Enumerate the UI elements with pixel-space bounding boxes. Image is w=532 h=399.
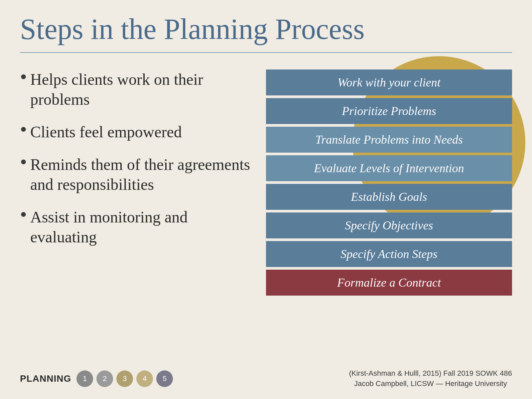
footer: PLANNING 1 2 3 4 5 (Kirst-Ashman & Hulll… (20, 368, 512, 389)
bullet-dot-4: • (20, 204, 27, 224)
bullet-text-3: Reminds them of their agreements and res… (30, 155, 253, 195)
bullet-dot-3: • (20, 152, 27, 172)
page-dots: 1 2 3 4 5 (76, 370, 173, 387)
bullet-dot-1: • (20, 67, 27, 87)
slide-title: Steps in the Planning Process (20, 13, 512, 46)
bullet-text-1: Helps clients work on their problems (30, 69, 253, 109)
step-bar-5: Establish Goals (266, 184, 512, 210)
slide: Steps in the Planning Process • Helps cl… (0, 0, 532, 399)
step-bar-2: Prioritize Problems (266, 98, 512, 124)
bullet-dot-2: • (20, 119, 27, 139)
bullet-item-3: • Reminds them of their agreements and r… (20, 155, 253, 195)
step-label-7: Specify Action Steps (340, 247, 437, 261)
step-bar-7: Specify Action Steps (266, 241, 512, 267)
page-dot-4[interactable]: 4 (136, 370, 153, 387)
bullet-text-2: Clients feel empowered (30, 122, 182, 142)
content-area: • Helps clients work on their problems •… (20, 66, 512, 296)
page-dot-5[interactable]: 5 (156, 370, 173, 387)
step-bar-3: Translate Problems into Needs (266, 127, 512, 153)
bullet-item-4: • Assist in monitoring and evaluating (20, 207, 253, 247)
step-label-3: Translate Problems into Needs (315, 133, 463, 147)
page-dot-1[interactable]: 1 (76, 370, 93, 387)
step-bar-1: Work with your client (266, 69, 512, 95)
footer-citation: (Kirst-Ashman & Hulll, 2015) Fall 2019 S… (349, 368, 512, 389)
step-label-5: Establish Goals (351, 190, 427, 204)
step-bar-6: Specify Objectives (266, 212, 512, 238)
left-column: • Helps clients work on their problems •… (20, 66, 253, 260)
step-label-8: Formalize a Contract (337, 276, 441, 290)
step-label-6: Specify Objectives (345, 218, 433, 232)
divider (20, 52, 512, 53)
citation-line-2: Jacob Campbell, LICSW — Heritage Univers… (349, 379, 512, 389)
bullet-item-2: • Clients feel empowered (20, 122, 253, 142)
planning-label: PLANNING (20, 373, 71, 384)
bullet-text-4: Assist in monitoring and evaluating (30, 207, 253, 247)
step-label-2: Prioritize Problems (342, 104, 436, 118)
step-label-4: Evaluate Levels of Intervention (314, 161, 464, 175)
steps-list: Work with your client Prioritize Problem… (266, 66, 512, 296)
bullet-item-1: • Helps clients work on their problems (20, 69, 253, 109)
step-label-1: Work with your client (337, 75, 441, 89)
step-bar-4: Evaluate Levels of Intervention (266, 155, 512, 181)
step-bar-8: Formalize a Contract (266, 270, 512, 296)
right-column: Work with your client Prioritize Problem… (266, 66, 512, 296)
page-dot-2[interactable]: 2 (96, 370, 113, 387)
page-dot-3[interactable]: 3 (116, 370, 133, 387)
citation-line-1: (Kirst-Ashman & Hulll, 2015) Fall 2019 S… (349, 368, 512, 379)
